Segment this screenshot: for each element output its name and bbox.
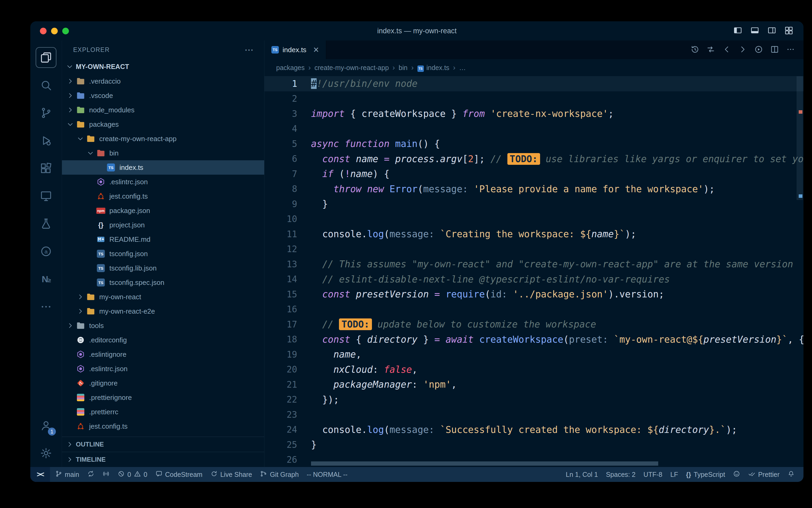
chevron-right-icon[interactable]: [66, 321, 75, 330]
tree-item[interactable]: jest.config.ts: [62, 189, 264, 203]
line-number[interactable]: 20: [265, 364, 297, 375]
tree-item[interactable]: tools: [62, 319, 264, 333]
chevron-down-icon[interactable]: [66, 120, 75, 129]
more-actions-icon[interactable]: ⋯: [244, 44, 254, 55]
line-number[interactable]: 8: [265, 184, 297, 194]
minimize-button[interactable]: [51, 28, 58, 34]
breadcrumb-item[interactable]: bin: [398, 64, 407, 72]
tree-item[interactable]: bin: [62, 146, 264, 160]
tree-item[interactable]: .prettierrc: [62, 405, 264, 419]
vim-mode[interactable]: -- NORMAL --: [303, 467, 351, 482]
explorer-icon[interactable]: [34, 44, 58, 71]
settings-icon[interactable]: [34, 439, 58, 467]
tree-item[interactable]: my-own-react-e2e: [62, 304, 264, 319]
sidebar-section-timeline[interactable]: TIMELINE: [62, 452, 264, 467]
chevron-right-icon[interactable]: [66, 91, 75, 100]
breadcrumb-item[interactable]: create-my-own-react-app: [315, 64, 389, 72]
code-line[interactable]: 21 packageManager: 'npm',: [265, 377, 804, 392]
titlebar[interactable]: index.ts — my-own-react: [30, 21, 804, 40]
tree-item[interactable]: .gitignore: [62, 376, 264, 390]
tree-item[interactable]: README.md: [62, 232, 264, 247]
toggle-panel-icon[interactable]: [750, 26, 759, 36]
line-number[interactable]: 19: [265, 349, 297, 360]
line-number[interactable]: 5: [265, 139, 297, 149]
testing-icon[interactable]: [34, 210, 58, 238]
navigate-back-icon[interactable]: [722, 45, 731, 55]
code-line[interactable]: 18 const { directory } = await createWor…: [265, 332, 804, 347]
tree-item[interactable]: TStsconfig.lib.json: [62, 261, 264, 275]
code-line[interactable]: 14 // eslint-disable-next-line @typescri…: [265, 272, 804, 287]
git-graph[interactable]: Git Graph: [256, 467, 302, 482]
live-share[interactable]: Live Share: [206, 467, 256, 482]
codestream[interactable]: CodeStream: [151, 467, 206, 482]
tree-item[interactable]: my-own-react: [62, 290, 264, 304]
run-debug-icon[interactable]: [34, 127, 58, 155]
tree-item[interactable]: jest.config.ts: [62, 419, 264, 433]
tree-item[interactable]: .eslintrc.json: [62, 362, 264, 376]
line-number[interactable]: 7: [265, 169, 297, 179]
code-line[interactable]: 7 if (!name) {: [265, 166, 804, 181]
code-line[interactable]: 1#!/usr/bin/env node: [265, 76, 804, 91]
accounts-icon[interactable]: 1: [34, 412, 58, 439]
code-line[interactable]: 5async function main() {: [265, 136, 804, 152]
line-number[interactable]: 6: [265, 154, 297, 164]
tree-item[interactable]: TStsconfig.spec.json: [62, 275, 264, 290]
code-line[interactable]: 22 });: [265, 392, 804, 407]
line-number[interactable]: 4: [265, 124, 297, 134]
line-number[interactable]: 23: [265, 410, 297, 420]
split-editor-icon[interactable]: [770, 45, 779, 55]
tree-item[interactable]: TStsconfig.json: [62, 247, 264, 261]
remote-explorer-icon[interactable]: [34, 182, 58, 210]
chevron-right-icon[interactable]: [76, 292, 85, 301]
toggle-primary-sidebar-icon[interactable]: [733, 26, 742, 36]
git-branch[interactable]: main: [51, 467, 83, 482]
code-line[interactable]: 20 nxCloud: false,: [265, 362, 804, 377]
line-number[interactable]: 18: [265, 334, 297, 344]
tree-item[interactable]: packages: [62, 117, 264, 131]
breadcrumb-item[interactable]: TSindex.ts: [418, 64, 449, 72]
remote-indicator[interactable]: ><: [30, 467, 50, 482]
prettier[interactable]: Prettier: [744, 467, 783, 482]
chevron-right-icon[interactable]: [76, 307, 85, 316]
tree-item[interactable]: node_modules: [62, 103, 264, 117]
problems[interactable]: 00: [113, 467, 151, 482]
code-line[interactable]: 6 const name = process.argv[2]; // TODO:…: [265, 152, 804, 167]
chevron-right-icon[interactable]: [66, 77, 75, 86]
code-line[interactable]: 15 const presetVersion = require(id: '..…: [265, 287, 804, 302]
language-mode[interactable]: {}TypeScript: [682, 467, 729, 482]
breadcrumb-item[interactable]: …: [459, 64, 466, 72]
timeline-icon[interactable]: [690, 45, 699, 55]
customize-layout-icon[interactable]: [784, 26, 794, 36]
code-line[interactable]: 19 name,: [265, 347, 804, 362]
zoom-button[interactable]: [62, 28, 69, 34]
code-line[interactable]: 4: [265, 121, 804, 137]
code-line[interactable]: 23: [265, 407, 804, 422]
tree-item[interactable]: {}project.json: [62, 218, 264, 232]
line-number[interactable]: 12: [265, 244, 297, 254]
code-editor[interactable]: 1#!/usr/bin/env node23import { createWor…: [265, 76, 804, 467]
line-number[interactable]: 13: [265, 259, 297, 269]
line-number[interactable]: 26: [265, 455, 297, 465]
code-line[interactable]: 24 console.log(message: `Successfully cr…: [265, 422, 804, 437]
extension-a-icon[interactable]: a: [34, 238, 58, 265]
eol[interactable]: LF: [666, 467, 682, 482]
run-icon[interactable]: [754, 45, 763, 55]
vertical-scrollbar[interactable]: [797, 76, 803, 200]
git-sync[interactable]: [83, 467, 98, 482]
code-line[interactable]: 12: [265, 242, 804, 257]
line-number[interactable]: 15: [265, 289, 297, 300]
search-icon[interactable]: [34, 71, 58, 99]
feedback-smiley[interactable]: [729, 467, 744, 482]
source-control-icon[interactable]: [34, 99, 58, 127]
encoding[interactable]: UTF-8: [639, 467, 666, 482]
line-number[interactable]: 11: [265, 229, 297, 239]
extensions-icon[interactable]: [34, 155, 58, 182]
line-number[interactable]: 22: [265, 394, 297, 405]
code-line[interactable]: 2: [265, 91, 804, 107]
line-number[interactable]: 9: [265, 199, 297, 209]
close-button[interactable]: [40, 28, 47, 34]
close-tab-icon[interactable]: ×: [314, 45, 319, 54]
chevron-down-icon[interactable]: [76, 134, 85, 143]
toggle-secondary-sidebar-icon[interactable]: [767, 26, 776, 36]
cursor-position[interactable]: Ln 1, Col 1: [562, 467, 602, 482]
